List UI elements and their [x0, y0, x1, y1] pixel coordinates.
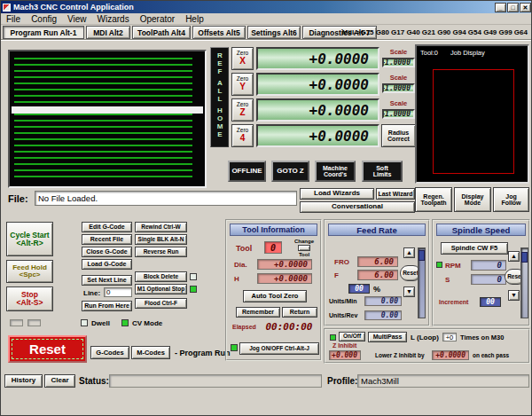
spindle-slider[interactable] — [520, 247, 528, 318]
spindle-cw-button[interactable]: Spindle CW F5 — [441, 242, 508, 255]
rewind-button[interactable]: Rewind Ctrl-W — [135, 222, 187, 232]
gcode-window[interactable] — [8, 50, 207, 188]
fourth-axis-dro[interactable]: +0.0000 — [256, 124, 379, 147]
status-message-field — [109, 374, 322, 388]
menu-config[interactable]: Config — [26, 14, 62, 24]
tab-settings[interactable]: Settings Alt6 — [247, 26, 301, 39]
reset-button[interactable]: Reset — [8, 335, 87, 363]
tab-program-run[interactable]: Program Run Alt-1 — [3, 26, 84, 39]
fro-slider-handle[interactable] — [419, 250, 425, 261]
offline-button[interactable]: OFFLINE — [228, 161, 266, 182]
scale-y-label: Scale — [381, 74, 416, 82]
m1-optional-stop-button[interactable]: M1 Optional Stop — [135, 284, 187, 294]
menu-bar: File Config View Wizards Operator Help — [1, 13, 532, 25]
return-button[interactable]: Return — [282, 307, 317, 318]
scale-z-dro[interactable]: +1.0000 — [382, 109, 415, 119]
rpm-dro[interactable]: 0 — [471, 260, 506, 271]
set-next-line-button[interactable]: Set Next Line — [82, 275, 132, 286]
goto-z-button[interactable]: GOTO Z — [271, 161, 309, 182]
zero-x-button[interactable]: Zero X — [231, 47, 254, 70]
tab-toolpath[interactable]: ToolPath Alt4 — [132, 26, 191, 39]
edit-gcode-button[interactable]: Edit G-Code — [82, 222, 132, 232]
recent-file-button[interactable]: Recent File — [82, 234, 132, 245]
machine-coords-button[interactable]: Machine Coord's — [315, 161, 356, 182]
tool-information-panel: Tool Information Tool 0 Change Tool Dia.… — [225, 219, 322, 361]
regen-toolpath-button[interactable]: Regen. Toolpath — [415, 187, 452, 212]
units-min-dro[interactable]: 0.00 — [364, 296, 402, 306]
feed-down-arrow-icon[interactable]: ▼ — [403, 286, 415, 297]
jog-follow-button[interactable]: Jog Follow — [493, 187, 529, 212]
units-rev-dro[interactable]: 0.00 — [364, 310, 402, 320]
load-wizards-button[interactable]: Load Wizards — [300, 188, 374, 200]
tool-height-dro[interactable]: +0.0000 — [257, 273, 312, 284]
loop-count-field[interactable]: +0 — [442, 333, 457, 341]
x-axis-dro[interactable]: +0.0000 — [256, 47, 379, 70]
menu-help[interactable]: Help — [180, 14, 209, 24]
cycle-start-button[interactable]: Cycle Start <Alt-R> — [6, 222, 53, 256]
profile-field: Mach3Mill — [357, 374, 529, 388]
tab-offsets[interactable]: Offsets Alt5 — [192, 26, 246, 39]
feedrate-dro[interactable]: 6.00 — [357, 270, 398, 280]
radius-correct-button[interactable]: Radius Correct — [381, 124, 416, 147]
menu-file[interactable]: File — [1, 14, 26, 24]
toolpath-display[interactable]: Tool:0 Job Display — [415, 44, 529, 184]
block-delete-button[interactable]: Block Delete — [135, 271, 187, 282]
g-codes-button[interactable]: G-Codes — [90, 346, 129, 359]
reverse-run-button[interactable]: Reverse Run — [135, 247, 187, 257]
stop-button[interactable]: Stop <Alt-S> — [6, 286, 53, 311]
scale-x-dro[interactable]: +1.0000 — [382, 58, 415, 67]
history-button[interactable]: History — [4, 374, 43, 388]
close-gcode-button[interactable]: Close G-Code — [82, 247, 132, 257]
z-inhibit-dro[interactable]: +0.000 — [329, 350, 361, 360]
spindle-down-arrow-icon[interactable]: ▼ — [508, 290, 520, 301]
zero-4-button[interactable]: Zero 4 — [231, 124, 254, 147]
f-label: F — [334, 271, 339, 279]
close-icon[interactable]: ✕ — [520, 3, 531, 12]
single-blk-button[interactable]: Single BLK Alt-N — [135, 234, 187, 245]
fro-percent-dro[interactable]: 00 — [348, 284, 370, 294]
clear-button[interactable]: Clear — [44, 374, 75, 388]
line-number-field[interactable]: 0 — [104, 287, 132, 297]
minimize-icon[interactable]: _ — [495, 3, 506, 12]
auto-tool-zero-button[interactable]: Auto Tool Zero — [243, 290, 307, 302]
increment-dro[interactable]: 00 — [480, 297, 501, 307]
tool-diameter-dro[interactable]: +0.0000 — [257, 259, 312, 270]
profile-label: Profile: — [327, 376, 357, 386]
fro-dro[interactable]: 6.00 — [357, 256, 398, 267]
flood-button[interactable]: Flood Ctrl-F — [135, 298, 187, 309]
window-title: Mach3 CNC Control Application — [13, 3, 134, 12]
feed-hold-button[interactable]: Feed Hold <Spc> — [6, 260, 53, 283]
run-from-here-button[interactable]: Run From Here — [82, 301, 132, 311]
tab-mdi[interactable]: MDI Alt2 — [86, 26, 130, 39]
s-dro[interactable]: 0 — [471, 274, 506, 285]
conversational-button[interactable]: Conversational — [300, 201, 415, 213]
feed-up-arrow-icon[interactable]: ▲ — [403, 247, 415, 258]
scale-y-dro[interactable]: +1.0000 — [382, 83, 415, 93]
m-codes-button[interactable]: M-Codes — [131, 346, 170, 359]
maximize-icon[interactable]: □ — [507, 3, 519, 12]
change-tool-button[interactable] — [298, 245, 310, 251]
display-mode-button[interactable]: Display Mode — [454, 187, 491, 212]
spindle-slider-handle[interactable] — [521, 252, 528, 263]
z-inhibit-on-off-button[interactable]: On/Off — [339, 332, 365, 341]
last-wizard-button[interactable]: Last Wizard — [376, 188, 415, 200]
zero-z-button[interactable]: Zero Z — [231, 98, 254, 122]
menu-view[interactable]: View — [62, 14, 92, 24]
ref-all-home-button[interactable]: REF ALL HOME — [210, 47, 229, 147]
y-axis-dro[interactable]: +0.0000 — [256, 73, 379, 96]
lower-z-inhibit-dro[interactable]: +0.0000 — [432, 350, 469, 360]
tool-information-header: Tool Information — [230, 224, 317, 236]
load-gcode-button[interactable]: Load G-Code — [82, 259, 132, 270]
z-axis-dro[interactable]: +0.0000 — [256, 98, 379, 122]
zero-y-button[interactable]: Zero Y — [231, 73, 254, 96]
fro-slider[interactable] — [418, 247, 426, 318]
menu-operator[interactable]: Operator — [135, 14, 180, 24]
remember-button[interactable]: Remember — [236, 307, 280, 318]
jog-on-off-button[interactable]: Jog ON/OFF Ctrl-Alt-J — [239, 342, 319, 355]
tool-number-dro[interactable]: 0 — [264, 241, 282, 254]
menu-wizards[interactable]: Wizards — [92, 14, 135, 24]
multipass-button[interactable]: MultiPass — [368, 332, 407, 342]
soft-limits-button[interactable]: Soft Limits — [362, 161, 403, 182]
spindle-up-arrow-icon[interactable]: ▲ — [508, 251, 520, 262]
s-label: S — [445, 276, 450, 284]
